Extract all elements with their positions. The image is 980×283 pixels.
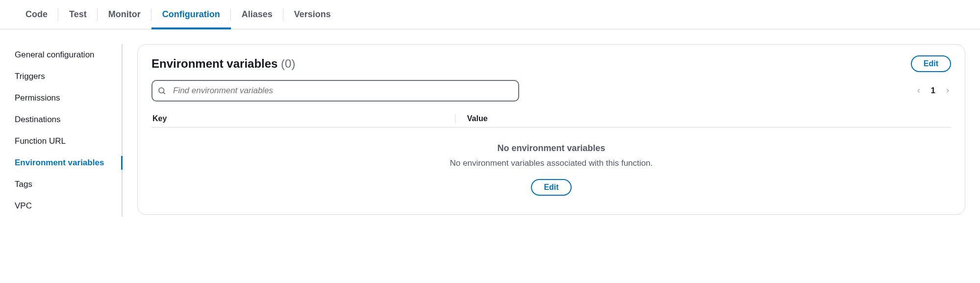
pager: 1 [915, 86, 951, 96]
panel-title: Environment variables (0) [151, 57, 295, 71]
tab-code[interactable]: Code [15, 0, 58, 29]
column-header-key: Key [151, 114, 455, 123]
svg-point-0 [159, 88, 164, 93]
pager-page-number: 1 [931, 86, 935, 96]
empty-title: No environment variables [151, 143, 951, 154]
empty-edit-button[interactable]: Edit [531, 179, 571, 196]
tab-monitor[interactable]: Monitor [98, 0, 151, 29]
edit-button[interactable]: Edit [911, 55, 951, 72]
empty-state: No environment variables No environment … [151, 128, 951, 200]
search-input[interactable] [151, 80, 519, 102]
sidebar-item-triggers[interactable]: Triggers [15, 66, 118, 87]
tab-versions[interactable]: Versions [283, 0, 342, 29]
svg-line-1 [163, 92, 165, 94]
table-header: Key Value [151, 110, 951, 128]
sidebar-item-vpc[interactable]: VPC [15, 195, 118, 217]
column-header-value: Value [455, 114, 488, 123]
sidebar-item-function-url[interactable]: Function URL [15, 130, 118, 152]
tab-test[interactable]: Test [58, 0, 98, 29]
pager-prev-icon[interactable] [915, 87, 922, 94]
tab-aliases[interactable]: Aliases [231, 0, 283, 29]
search-wrap [151, 80, 519, 102]
search-icon [157, 86, 166, 95]
sidebar-item-tags[interactable]: Tags [15, 174, 118, 195]
config-sidebar: General configuration Triggers Permissio… [15, 44, 123, 217]
empty-subtitle: No environment variables associated with… [151, 158, 951, 168]
sidebar-item-environment-variables[interactable]: Environment variables [15, 152, 118, 174]
sidebar-item-permissions[interactable]: Permissions [15, 87, 118, 109]
panel-count: (0) [281, 57, 295, 70]
tabs-bar: Code Test Monitor Configuration Aliases … [0, 0, 980, 29]
tab-configuration[interactable]: Configuration [151, 0, 231, 29]
environment-variables-panel: Environment variables (0) Edit [137, 44, 965, 215]
pager-next-icon[interactable] [944, 87, 951, 94]
sidebar-item-destinations[interactable]: Destinations [15, 109, 118, 130]
sidebar-item-general-configuration[interactable]: General configuration [15, 44, 118, 66]
